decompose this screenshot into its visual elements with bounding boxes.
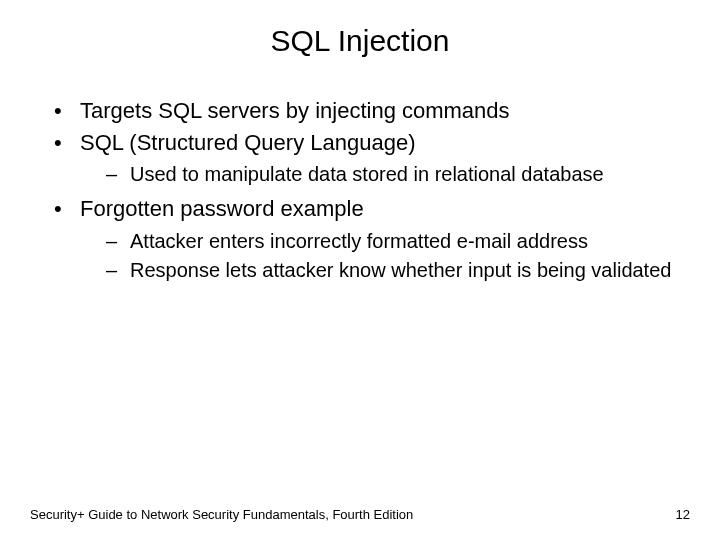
- sub-bullet-list: Attacker enters incorrectly formatted e-…: [80, 228, 680, 284]
- sub-bullet-item: Attacker enters incorrectly formatted e-…: [106, 228, 680, 255]
- sub-bullet-item: Used to manipulate data stored in relati…: [106, 161, 680, 188]
- bullet-list: Targets SQL servers by injecting command…: [54, 96, 680, 284]
- bullet-text: SQL (Structured Query Language): [80, 130, 415, 155]
- page-number: 12: [676, 507, 690, 522]
- slide-content: Targets SQL servers by injecting command…: [0, 78, 720, 284]
- sub-bullet-text: Response lets attacker know whether inpu…: [130, 259, 671, 281]
- sub-bullet-list: Used to manipulate data stored in relati…: [80, 161, 680, 188]
- sub-bullet-item: Response lets attacker know whether inpu…: [106, 257, 680, 284]
- footer-text: Security+ Guide to Network Security Fund…: [30, 507, 413, 522]
- sub-bullet-text: Attacker enters incorrectly formatted e-…: [130, 230, 588, 252]
- bullet-text: Targets SQL servers by injecting command…: [80, 98, 510, 123]
- bullet-item: Targets SQL servers by injecting command…: [54, 96, 680, 126]
- bullet-item: SQL (Structured Query Language) Used to …: [54, 128, 680, 189]
- bullet-item: Forgotten password example Attacker ente…: [54, 194, 680, 284]
- slide-footer: Security+ Guide to Network Security Fund…: [30, 507, 690, 522]
- slide: SQL Injection Targets SQL servers by inj…: [0, 0, 720, 540]
- bullet-text: Forgotten password example: [80, 196, 364, 221]
- slide-title: SQL Injection: [0, 0, 720, 78]
- sub-bullet-text: Used to manipulate data stored in relati…: [130, 163, 604, 185]
